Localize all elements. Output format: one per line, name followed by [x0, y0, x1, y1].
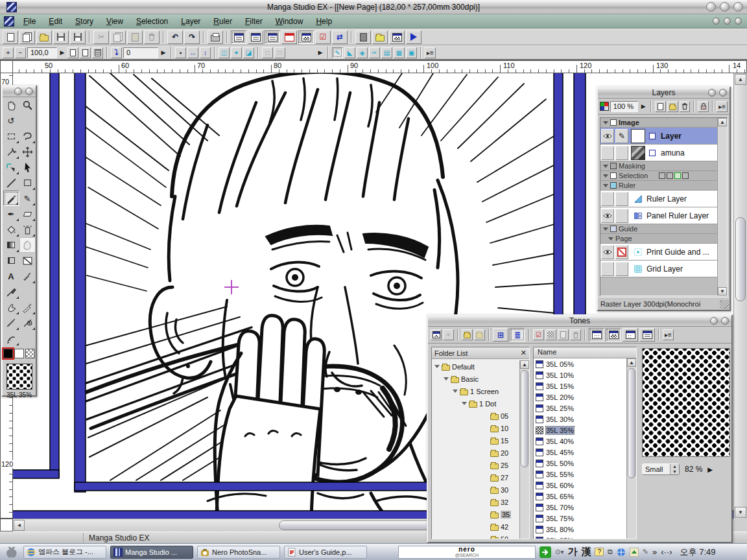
preview-lines-button[interactable] [639, 328, 655, 342]
layer-group-masking[interactable]: Masking [600, 161, 717, 171]
toggle-tones-palette-button[interactable] [298, 30, 314, 44]
open-button[interactable] [36, 30, 52, 44]
folder-list-scrollbar[interactable]: ▲ [519, 360, 529, 539]
layer-opacity-field[interactable]: 100 % [610, 101, 638, 112]
rotation-dropdown-arrow[interactable]: ▶ [160, 47, 167, 58]
tones-close-button[interactable] [721, 317, 729, 325]
selection-icon[interactable] [667, 172, 673, 179]
ruler-triangle-tool-button[interactable]: ◣ [344, 47, 355, 58]
shape-tool[interactable] [19, 175, 36, 191]
monitor-tray-icon[interactable]: ⧉ [608, 548, 613, 556]
undo-button[interactable]: ↶ [167, 30, 183, 44]
selection-mode-1-button[interactable]: □ [262, 47, 273, 58]
snap-ruler-button[interactable]: ◪ [243, 47, 254, 58]
tree-node-25[interactable]: 25 [433, 459, 519, 471]
paste-button[interactable] [127, 30, 143, 44]
preview-small-button[interactable] [622, 328, 638, 342]
visibility-toggle[interactable] [601, 245, 614, 259]
draft-toggle[interactable] [615, 262, 628, 276]
tone-item[interactable]: 35L 80% [534, 524, 626, 535]
tree-node-15[interactable]: 15 [433, 434, 519, 447]
draft-toggle[interactable]: ✎ [615, 129, 628, 143]
ruler-edit-tool[interactable] [3, 331, 19, 346]
zoom-dropdown-arrow[interactable]: ▶ [58, 47, 66, 58]
preview-expand-arrow[interactable]: ▶ [707, 466, 713, 473]
tone-options-button[interactable]: ☑ [533, 329, 544, 340]
snap-grid-button[interactable]: ✦ [231, 47, 242, 58]
background-color-swatch[interactable] [14, 349, 24, 358]
zoom-value-field[interactable]: 100,0 [27, 47, 57, 58]
selection-add-icon[interactable] [674, 172, 681, 179]
layer-thumbnail[interactable] [631, 146, 645, 160]
doc-close-button[interactable] [735, 18, 742, 25]
visibility-toggle[interactable] [601, 129, 614, 143]
selection-mode-2-button[interactable]: □ [274, 47, 285, 58]
menu-story[interactable]: Story [69, 16, 100, 27]
snap-guides-button[interactable]: ◫ [219, 47, 230, 58]
vertical-scroll-thumb[interactable] [735, 217, 746, 301]
foreground-color-swatch[interactable] [3, 349, 13, 358]
scroll-thumb[interactable] [521, 370, 528, 467]
ime-hangul-indicator[interactable]: 가 [567, 546, 577, 558]
tree-node-05[interactable]: 05 [433, 410, 519, 422]
tones-palette-titlebar[interactable]: Tones [428, 316, 731, 327]
hand-tool[interactable] [3, 97, 19, 113]
tone-item[interactable]: 35L 30% [534, 414, 626, 425]
eraser-tool[interactable] [19, 206, 36, 222]
scroll-up-button[interactable]: ▲ [735, 74, 746, 85]
draft-toggle[interactable] [615, 192, 628, 206]
opacity-dropdown-arrow[interactable]: ▶ [639, 101, 647, 112]
layer-color-icon[interactable] [600, 102, 609, 111]
finger-smudge-tool[interactable] [3, 299, 19, 315]
tone-list-scrollbar[interactable]: ▲ [626, 358, 636, 539]
tone-item[interactable]: 35L 45% [534, 447, 626, 458]
scroll-down-button[interactable]: ▼ [718, 287, 727, 296]
menu-edit[interactable]: Edit [42, 16, 69, 27]
delete-button[interactable] [144, 30, 160, 44]
layer-row-print-guide[interactable]: Print Guide and ... [600, 244, 717, 261]
materials-button[interactable] [372, 30, 388, 44]
start-apple-icon[interactable] [3, 545, 19, 559]
redo-button[interactable]: ↷ [184, 30, 200, 44]
rotate-view-button[interactable]: ⤵ [111, 47, 122, 58]
layers-menu-button[interactable]: ▸≡ [717, 101, 728, 112]
layer-row-amuna[interactable]: amuna [600, 145, 717, 161]
rotation-value-field[interactable]: 0 [123, 47, 158, 58]
ruler-frame-tool-button[interactable]: ▣ [406, 47, 417, 58]
tone-item[interactable]: 35L 85% [534, 535, 626, 539]
layer-row-layer[interactable]: ✎ Layer [600, 128, 717, 145]
new-folder-button[interactable] [667, 101, 678, 112]
tone-item[interactable]: 35L 20% [534, 391, 626, 402]
tone-item[interactable]: 35L 40% [534, 436, 626, 447]
layers-scrollbar[interactable]: ▲ ▼ [717, 118, 727, 296]
ruler-move-tool[interactable] [19, 315, 36, 331]
dashed-pen-tool[interactable] [19, 299, 36, 315]
name-column-header[interactable]: Name [534, 347, 636, 358]
two-page-view-button[interactable] [92, 47, 103, 58]
copy-button[interactable] [110, 30, 126, 44]
stamp-tone-button[interactable]: ✦ [443, 329, 454, 340]
new-layer-button[interactable] [655, 101, 666, 112]
menu-ruler[interactable]: Ruler [207, 16, 239, 27]
search-go-icon[interactable] [540, 546, 551, 558]
tray-chevron[interactable]: » [652, 547, 657, 557]
tools-minimize-button[interactable] [14, 88, 22, 95]
layer-row-grid-layer[interactable]: Grid Layer [600, 261, 717, 277]
taskbar-button-nero[interactable]: Nero PhotoSna... [197, 546, 280, 559]
preview-dots-button[interactable] [589, 328, 604, 342]
menu-window[interactable]: Window [269, 16, 310, 27]
tree-node-screen[interactable]: 1 Screen [433, 385, 519, 397]
tree-node-basic[interactable]: Basic [433, 373, 519, 385]
save-button[interactable] [53, 30, 69, 44]
tools-close-button[interactable] [25, 88, 33, 95]
layers-minimize-button[interactable] [708, 89, 716, 97]
folder-closed-button[interactable] [474, 329, 485, 340]
pattern-brush-tool[interactable] [19, 237, 36, 253]
flip-vertical-button[interactable]: ↕ [200, 47, 211, 58]
draft-toggle[interactable] [615, 146, 628, 160]
tree-node-20[interactable]: 20 [433, 447, 519, 459]
lock-layer-button[interactable] [698, 101, 709, 112]
layer-group-guide[interactable]: Guide [600, 224, 717, 234]
tree-node-dot[interactable]: 1 Dot [433, 397, 519, 410]
tone-item[interactable]: 35L 05% [534, 358, 626, 369]
